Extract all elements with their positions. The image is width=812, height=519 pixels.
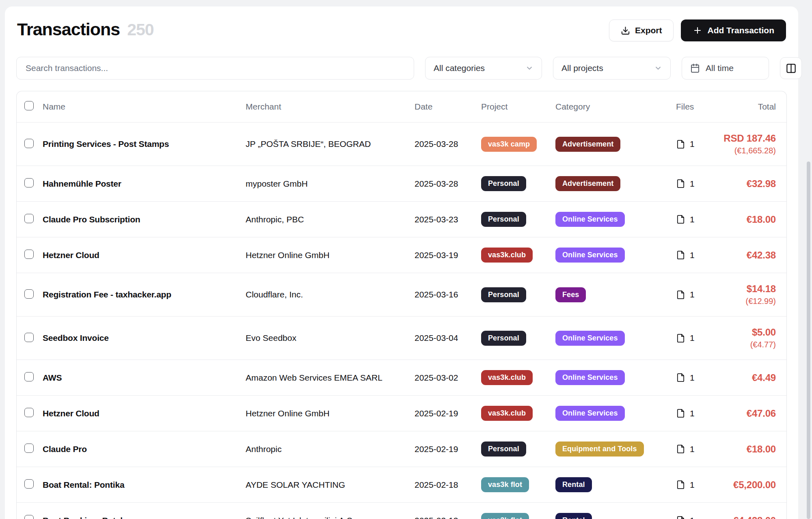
- transaction-total-converted: (€1,665.28): [734, 146, 776, 155]
- column-header-project: Project: [481, 92, 555, 121]
- row-checkbox[interactable]: [24, 250, 34, 259]
- export-button[interactable]: Export: [609, 19, 674, 41]
- categories-select[interactable]: All categories: [425, 57, 542, 80]
- category-badge: Fees: [555, 287, 586, 302]
- column-header-merchant: Merchant: [246, 92, 415, 121]
- transaction-date: 2025-02-19: [415, 398, 481, 429]
- transaction-total: €18.00: [747, 444, 776, 455]
- transaction-merchant: Hetzner Online GmbH: [246, 240, 415, 270]
- file-count: 1: [690, 444, 695, 454]
- title-wrap: Transactions 250: [17, 19, 154, 39]
- table-row[interactable]: Seedbox Invoice Evo Seedbox 2025-03-04 P…: [17, 316, 786, 360]
- row-select-cell: [17, 433, 43, 465]
- file-icon: [676, 290, 685, 299]
- date-range-picker[interactable]: All time: [682, 57, 769, 80]
- row-checkbox[interactable]: [24, 289, 34, 299]
- transactions-table-body: Printing Services - Post Stamps JP „POŠT…: [17, 122, 786, 519]
- columns-icon: [786, 63, 797, 74]
- column-header-total: Total: [713, 92, 776, 121]
- transaction-name: AWS: [43, 363, 246, 393]
- transaction-files-cell: 1: [660, 398, 713, 429]
- category-badge: Equipment and Tools: [555, 441, 644, 457]
- transaction-project-cell: Personal: [481, 202, 555, 237]
- transaction-merchant: AYDE SOLAR YACHTING: [246, 470, 415, 500]
- category-badge: Online Services: [555, 212, 625, 227]
- table-row[interactable]: Boat Rental: Pontika AYDE SOLAR YACHTING…: [17, 467, 786, 502]
- chevron-down-icon: [654, 64, 662, 72]
- transaction-total: €32.98: [747, 178, 776, 190]
- transaction-total-cell: €42.38: [713, 239, 776, 271]
- row-checkbox[interactable]: [24, 444, 34, 453]
- calendar-icon: [690, 63, 700, 73]
- filter-bar: All categories All projects All time: [16, 57, 787, 80]
- file-count: 1: [690, 409, 695, 418]
- transaction-total: €4.49: [752, 372, 776, 383]
- project-badge: vas3k flot: [481, 513, 529, 519]
- row-checkbox[interactable]: [24, 372, 34, 381]
- file-count: 1: [690, 290, 695, 299]
- transaction-project-cell: vas3k camp: [481, 127, 555, 162]
- transaction-files-cell: 1: [660, 169, 713, 199]
- transaction-total-converted: (€12.99): [746, 297, 776, 306]
- table-row[interactable]: Printing Services - Post Stamps JP „POŠT…: [17, 122, 786, 166]
- transaction-name: Seedbox Invoice: [43, 323, 246, 353]
- row-checkbox[interactable]: [24, 139, 34, 148]
- transaction-name: Printing Services - Post Stamps: [43, 129, 246, 159]
- toggle-columns-button[interactable]: [780, 57, 802, 79]
- row-checkbox[interactable]: [24, 408, 34, 417]
- file-icon: [676, 444, 685, 454]
- project-badge: Personal: [481, 212, 526, 227]
- row-checkbox[interactable]: [24, 178, 34, 187]
- table-row[interactable]: Claude Pro Anthropic 2025-02-19 Personal…: [17, 431, 786, 467]
- table-row[interactable]: AWS Amazon Web Services EMEA SARL 2025-0…: [17, 360, 786, 395]
- table-row[interactable]: Registration Fee - taxhacker.app Cloudfl…: [17, 273, 786, 316]
- project-badge: vas3k.club: [481, 370, 533, 385]
- row-checkbox[interactable]: [24, 479, 34, 489]
- transaction-category-cell: Online Services: [555, 321, 660, 356]
- transaction-date: 2025-03-19: [415, 240, 481, 270]
- scrollbar-track: [806, 0, 811, 519]
- table-row[interactable]: Hetzner Cloud Hetzner Online GmbH 2025-0…: [17, 237, 786, 273]
- transaction-category-cell: Rental: [555, 503, 660, 519]
- transaction-total-cell: €18.00: [713, 204, 776, 235]
- add-transaction-button[interactable]: Add Transaction: [681, 19, 786, 41]
- search-box: [16, 57, 414, 80]
- scrollbar-thumb[interactable]: [807, 162, 810, 519]
- transaction-files-cell: 1: [660, 506, 713, 519]
- transaction-date: 2025-03-28: [415, 169, 481, 199]
- table-row[interactable]: Hetzner Cloud Hetzner Online GmbH 2025-0…: [17, 395, 786, 431]
- category-badge: Online Services: [555, 406, 625, 421]
- transaction-merchant: Hetzner Online GmbH: [246, 398, 415, 429]
- transaction-merchant: Amazon Web Services EMEA SARL: [246, 363, 415, 393]
- table-row[interactable]: Claude Pro Subscription Anthropic, PBC 2…: [17, 201, 786, 237]
- search-input[interactable]: [26, 63, 405, 73]
- select-all-checkbox[interactable]: [24, 101, 34, 110]
- categories-select-value: All categories: [434, 63, 485, 73]
- row-select-cell: [17, 239, 43, 271]
- transaction-category-cell: Advertisement: [555, 166, 660, 201]
- transaction-name: Claude Pro: [43, 434, 246, 464]
- column-header-date: Date: [415, 92, 481, 121]
- transaction-total: RSD 187.46: [723, 133, 776, 144]
- row-checkbox[interactable]: [24, 515, 34, 519]
- projects-select[interactable]: All projects: [553, 57, 671, 80]
- transaction-files-cell: 1: [660, 205, 713, 235]
- projects-select-value: All projects: [561, 63, 603, 73]
- export-button-label: Export: [635, 26, 662, 35]
- transaction-category-cell: Online Services: [555, 396, 660, 431]
- transaction-total: $5.00: [752, 327, 776, 338]
- row-select-cell: [17, 204, 43, 235]
- transaction-merchant: Sailfleet Yat Isletmeciligi A.Ş.: [246, 506, 415, 519]
- transaction-files-cell: 1: [660, 129, 713, 159]
- row-checkbox[interactable]: [24, 333, 34, 342]
- file-count: 1: [690, 333, 695, 343]
- transaction-total-cell: €4,428.00: [713, 505, 776, 519]
- row-checkbox[interactable]: [24, 214, 34, 223]
- transaction-total: €47.06: [747, 408, 776, 419]
- transaction-total-cell: RSD 187.46 (€1,665.28): [713, 123, 776, 166]
- transaction-name: Claude Pro Subscription: [43, 205, 246, 235]
- table-row[interactable]: Hahnemühle Poster myposter GmbH 2025-03-…: [17, 166, 786, 201]
- table-row[interactable]: Boat Booking: Betelgeuse Sailfleet Yat I…: [17, 502, 786, 519]
- transaction-merchant: JP „POŠTA SRBIJE“, BEOGRAD: [246, 129, 415, 159]
- transaction-merchant: Evo Seedbox: [246, 323, 415, 353]
